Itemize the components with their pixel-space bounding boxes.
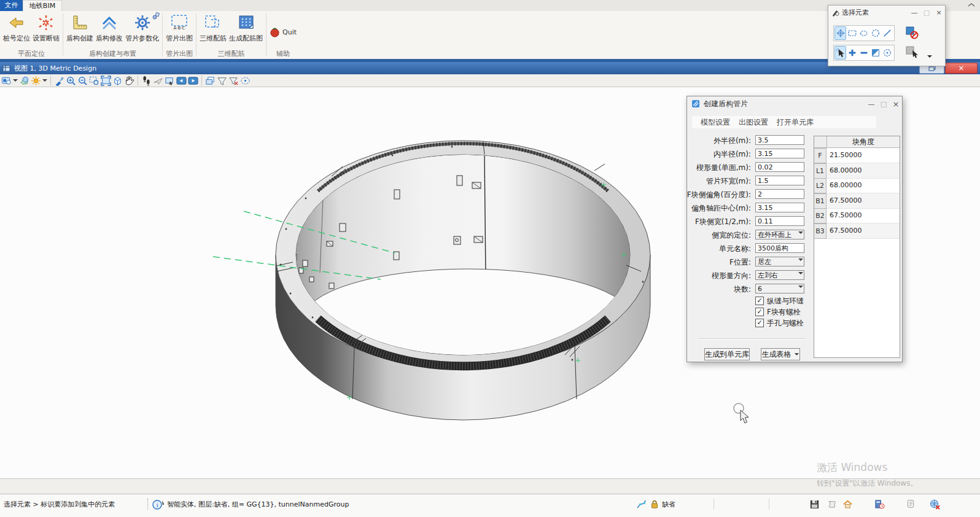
view-close-button[interactable]: × <box>945 63 978 74</box>
panel-more-dropdown[interactable] <box>927 55 933 58</box>
home-icon[interactable] <box>842 499 853 510</box>
view-next-icon[interactable] <box>188 76 198 86</box>
dialog-minimize-button[interactable]: — <box>865 100 877 108</box>
block-angle-table[interactable]: 块角度 F21.50000L168.00000L268.00000B167.50… <box>814 136 900 358</box>
chevron-down-icon[interactable] <box>798 231 803 235</box>
pan-icon[interactable] <box>124 76 134 86</box>
field-input-1[interactable]: 3.15 <box>755 149 804 158</box>
panel-close-button[interactable]: × <box>933 9 945 17</box>
rotate-view-icon[interactable] <box>112 76 123 86</box>
select-lasso-button[interactable] <box>858 26 869 40</box>
ribbon-collapse-icon[interactable] <box>966 1 976 9</box>
chevron-down-icon[interactable] <box>798 286 803 289</box>
field-input-4[interactable]: 2 <box>755 189 804 199</box>
dialog-close-button[interactable]: × <box>890 99 902 109</box>
angle-table-row-B1[interactable]: B167.50000 <box>814 193 900 209</box>
angle-table-row-F[interactable]: F21.50000 <box>814 148 900 163</box>
panel-minimize-button[interactable]: — <box>908 9 920 17</box>
render-mode-icon[interactable] <box>19 76 29 86</box>
sun-icon[interactable] <box>31 76 41 86</box>
dropdown-caret-icon[interactable] <box>42 79 47 82</box>
selection-panel-title-bar[interactable]: 选择元素 — □ × <box>828 6 945 19</box>
shield-modify-button[interactable]: 盾构修改 <box>95 12 124 43</box>
select-line-button[interactable] <box>881 26 893 40</box>
history-icon[interactable] <box>874 499 885 510</box>
shield-create-button[interactable]: 盾构创建 <box>65 12 95 43</box>
rebar-drawing-button[interactable]: 生成配筋图 <box>228 12 264 43</box>
clip-mask-icon[interactable] <box>228 76 239 86</box>
dropdown-caret-icon[interactable] <box>13 79 18 82</box>
checkbox-1[interactable]: ✓F块有螺栓 <box>755 308 801 316</box>
row-header-cell[interactable]: B1 <box>814 193 826 209</box>
select-circle-button[interactable] <box>869 26 881 40</box>
chevron-down-icon[interactable] <box>798 272 803 275</box>
field-input-0[interactable]: 3.5 <box>755 135 804 145</box>
checkbox-box[interactable]: ✓ <box>755 297 764 305</box>
clip-volume-icon[interactable] <box>217 76 227 86</box>
change-view-icon[interactable] <box>165 76 175 86</box>
angle-table-row-L2[interactable]: L268.00000 <box>814 178 900 193</box>
snapmode-icon[interactable] <box>636 499 647 510</box>
tab-metro-bim[interactable]: 地铁BIM <box>23 0 62 11</box>
lock-icon[interactable] <box>650 499 659 509</box>
checkbox-box[interactable]: ✓ <box>755 308 764 316</box>
mode-add-button[interactable] <box>846 46 858 60</box>
selection-tool-panel[interactable]: 选择元素 — □ × <box>828 5 946 66</box>
row-header-cell[interactable]: L2 <box>814 178 826 193</box>
generate-to-library-button[interactable]: 生成到单元库 <box>704 348 750 360</box>
menu-model-settings[interactable]: 模型设置 <box>701 117 730 128</box>
fit-view-icon[interactable] <box>101 76 111 86</box>
info-icon[interactable]: i <box>152 499 165 510</box>
field-input-8[interactable]: 3500盾构 <box>755 243 804 253</box>
row-header-cell[interactable]: L1 <box>814 163 826 179</box>
stake-locate-button[interactable]: 桩号定位 <box>2 12 31 43</box>
doc-icon[interactable] <box>906 499 916 508</box>
fly-icon[interactable] <box>153 76 163 86</box>
create-segment-dialog[interactable]: 创建盾构管片 — □ × 模型设置 出图设置 打开单元库 外半径(m):3.5内… <box>686 96 903 362</box>
angle-table-row-B3[interactable]: B367.50000 <box>814 224 900 239</box>
select-extended-button[interactable] <box>834 26 846 40</box>
select-rect-button[interactable] <box>846 26 858 40</box>
dialog-maximize-button[interactable]: □ <box>877 100 890 108</box>
selection-mode-block-button[interactable] <box>904 25 919 40</box>
field-input-3[interactable]: 1.5 <box>755 176 804 185</box>
mode-clear-button[interactable] <box>881 46 893 60</box>
generate-table-button[interactable]: 生成表格 <box>761 348 800 360</box>
segment-plot-button[interactable]: A·B·C管片出图 <box>165 12 194 43</box>
field-select-9[interactable]: 居左 <box>755 257 804 266</box>
field-select-7[interactable]: 在外环面上 <box>755 230 804 239</box>
menu-plot-settings[interactable]: 出图设置 <box>739 117 768 128</box>
chevron-down-icon[interactable] <box>798 258 803 262</box>
zoom-in-icon[interactable] <box>66 76 76 86</box>
view-prev-icon[interactable] <box>176 76 187 86</box>
brush-icon[interactable] <box>54 76 64 86</box>
globe-offline-icon[interactable] <box>930 499 940 510</box>
angle-table-row-B2[interactable]: B267.50000 <box>814 208 900 224</box>
rebar3d-button[interactable]: 三维配筋 <box>198 12 228 43</box>
row-value-cell[interactable]: 67.50000 <box>826 208 900 224</box>
copy-view-icon[interactable] <box>205 76 216 86</box>
active-level-label[interactable]: 缺省 <box>662 500 675 509</box>
save-icon[interactable] <box>809 499 820 510</box>
tab-file[interactable]: 文件 <box>0 0 23 11</box>
menu-open-cell-library[interactable]: 打开单元库 <box>777 117 814 128</box>
quit-button[interactable]: Quit <box>268 25 298 39</box>
row-value-cell[interactable]: 68.00000 <box>826 178 900 193</box>
mode-invert-button[interactable] <box>869 46 881 60</box>
selection-select-all-button[interactable] <box>904 45 919 60</box>
field-input-6[interactable]: 0.11 <box>755 216 804 226</box>
walk-icon[interactable] <box>141 76 152 86</box>
row-value-cell[interactable]: 67.50000 <box>826 193 900 209</box>
row-header-cell[interactable]: B2 <box>814 208 826 224</box>
clip-element-icon[interactable] <box>240 76 251 86</box>
zoom-out-icon[interactable] <box>77 76 88 86</box>
row-header-cell[interactable]: B3 <box>814 224 826 239</box>
mode-subtract-button[interactable] <box>858 46 869 60</box>
view-attributes-icon[interactable] <box>1 76 12 86</box>
field-input-5[interactable]: 3.15 <box>755 203 804 212</box>
dialog-title-bar[interactable]: 创建盾构管片 — □ × <box>687 96 902 111</box>
row-value-cell[interactable]: 67.50000 <box>826 224 900 239</box>
checkbox-0[interactable]: ✓纵缝与环缝 <box>755 297 804 305</box>
field-select-10[interactable]: 左到右 <box>755 270 804 280</box>
break-chain-button[interactable]: 设置断链 <box>31 12 61 43</box>
